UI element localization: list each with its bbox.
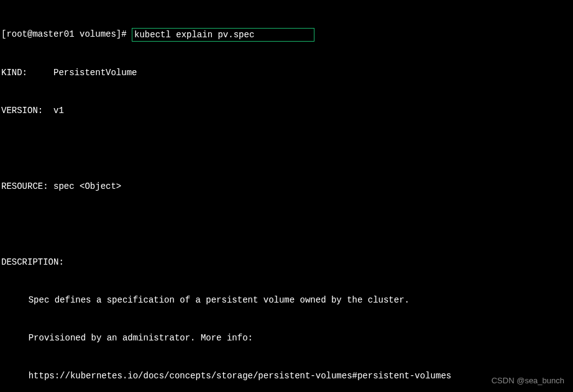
version-label: VERSION: xyxy=(1,106,43,116)
shell-prompt: [root@master01 volumes]# xyxy=(1,28,127,40)
watermark: CSDN @sea_bunch xyxy=(492,375,564,387)
kind-value: PersistentVolume xyxy=(53,68,137,78)
kind-line: KIND: PersistentVolume xyxy=(1,66,572,79)
resource-type: <Object> xyxy=(80,181,121,191)
command-highlight: kubectl explain pv.spec xyxy=(132,28,314,42)
description-label: DESCRIPTION: xyxy=(1,256,572,268)
description-line: https://kubernetes.io/docs/concepts/stor… xyxy=(1,370,572,382)
description-line: Provisioned by an administrator. More in… xyxy=(1,332,572,344)
resource-line: RESOURCE: spec <Object> xyxy=(1,180,572,193)
description-line: Spec defines a specification of a persis… xyxy=(1,294,572,306)
blank-line xyxy=(1,218,572,230)
terminal-output[interactable]: [root@master01 volumes]# kubectl explain… xyxy=(1,2,572,392)
kind-label: KIND: xyxy=(1,68,27,78)
prompt-line: [root@master01 volumes]# kubectl explain… xyxy=(1,28,572,42)
version-value: v1 xyxy=(53,106,64,116)
version-line: VERSION: v1 xyxy=(1,104,572,117)
blank-line xyxy=(1,142,572,155)
resource-value: spec xyxy=(53,181,75,191)
command-text: kubectl explain pv.spec xyxy=(134,30,254,40)
resource-label: RESOURCE: xyxy=(1,181,48,191)
